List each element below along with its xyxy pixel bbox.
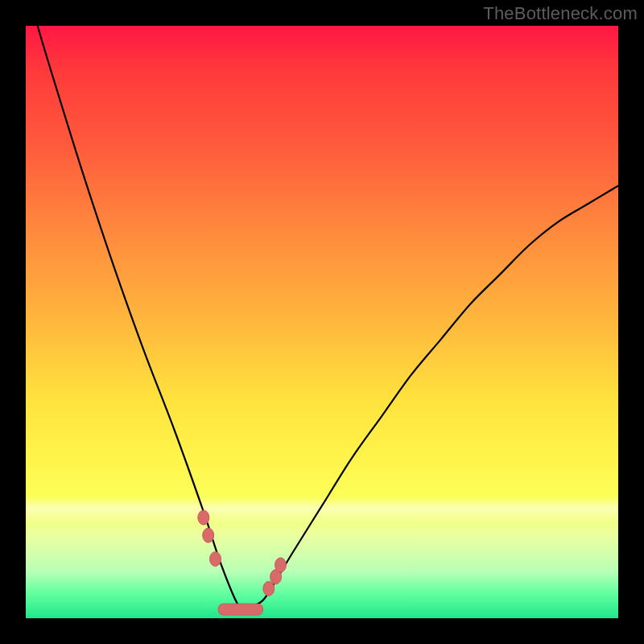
curve-marker xyxy=(198,510,209,525)
curve-marker xyxy=(275,558,287,572)
curve-marker xyxy=(263,581,275,596)
outer-frame: TheBottleneck.com xyxy=(0,0,644,644)
bottleneck-chart xyxy=(26,26,618,618)
watermark-text: TheBottleneck.com xyxy=(483,3,638,24)
valley-highlight xyxy=(218,604,262,615)
bottleneck-curve xyxy=(26,0,618,609)
curve-marker xyxy=(210,551,221,566)
marker-group xyxy=(198,510,287,596)
curve-marker xyxy=(203,528,214,543)
plot-area xyxy=(26,26,618,618)
